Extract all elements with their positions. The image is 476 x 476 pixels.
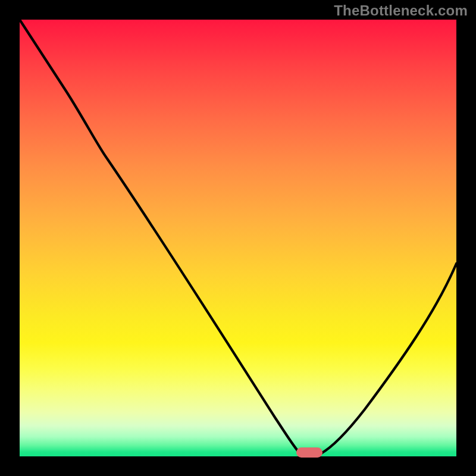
bottleneck-curve (20, 20, 456, 456)
watermark-text: TheBottleneck.com (334, 2, 468, 19)
chart-frame: TheBottleneck.com (0, 0, 476, 476)
curve-path (20, 20, 456, 454)
optimal-point-marker (296, 447, 322, 458)
plot-area (20, 20, 456, 456)
